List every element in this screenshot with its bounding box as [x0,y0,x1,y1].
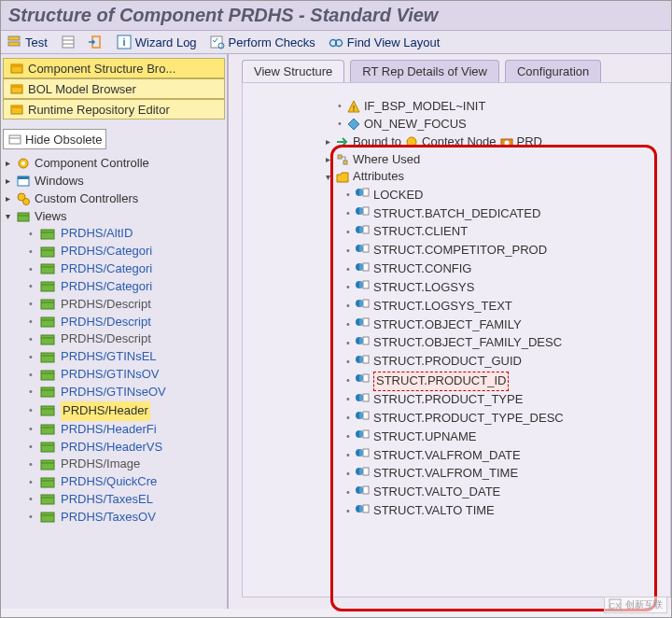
attribute-row[interactable]: •STRUCT.LOGSYS [345,278,659,297]
view-item[interactable]: •PRDHS/Categori [27,243,225,260]
tree-node-component-controller[interactable]: ▸ Component Controlle [3,155,225,173]
twisty-icon[interactable]: ▸ [3,175,12,189]
attribute-row[interactable]: •STRUCT.VALTO TIME [345,502,659,521]
attribute-row[interactable]: •STRUCT.PRODUCT_ID [345,372,659,391]
attribute-row[interactable]: •STRUCT.PRODUCT_GUID [345,353,659,372]
twisty-icon[interactable]: ▾ [323,171,332,185]
tab[interactable]: Configuration [505,60,601,82]
svg-rect-50 [41,425,54,434]
browser-button[interactable]: Component Structure Bro... [3,58,225,78]
view-link[interactable]: PRDHS/Categori [61,260,152,278]
gear-icon [16,156,31,171]
tree-row-focus[interactable]: • ON_NEW_FOCUS [336,116,659,133]
view-link[interactable]: PRDHS/Descript [61,330,151,348]
view-item[interactable]: •PRDHS/HeaderVS [27,439,225,456]
view-item[interactable]: •PRDHS/TaxesOV [27,509,225,527]
attribute-label: LOCKED [373,187,423,204]
test-button[interactable]: Test [7,35,48,49]
attribute-row[interactable]: •STRUCT.PRODUCT_TYPE_DESC [345,409,659,428]
toolbar-exit-icon[interactable] [89,35,104,49]
tree-row-attributes[interactable]: ▾ Attributes [323,168,659,186]
view-item[interactable]: •PRDHS/QuickCre [27,473,225,491]
bullet-icon: • [345,355,351,370]
view-item[interactable]: •PRDHS/GTINseOV [27,384,225,401]
tab[interactable]: View Structure [242,60,344,82]
view-link[interactable]: PRDHS/HeaderFi [61,421,157,439]
bullet-icon: • [27,385,35,400]
view-item[interactable]: •PRDHS/Descript [27,314,225,331]
view-link[interactable]: PRDHS/TaxesEL [61,491,153,509]
title-bar: Structure of Component PRDHS - Standard … [1,1,671,31]
attribute-label: STRUCT.BATCH_DEDICATED [373,205,540,223]
view-link[interactable]: PRDHS/TaxesOV [61,509,156,527]
attribute-row[interactable]: •STRUCT.BATCH_DEDICATED [345,204,659,223]
tree-node-custom-controllers[interactable]: ▸ Custom Controllers [3,190,225,208]
attribute-row[interactable]: •STRUCT.VALTO_DATE [345,484,659,502]
view-item[interactable]: •PRDHS/Categori [27,278,225,296]
svg-rect-101 [363,468,369,475]
hide-obsolete-button[interactable]: Hide Obsolete [3,129,106,149]
attribute-row[interactable]: •STRUCT.VALFROM_TIME [345,465,659,484]
view-link[interactable]: PRDHS/GTINsEL [61,348,157,366]
view-link[interactable]: PRDHS/Descript [61,314,151,331]
attribute-label: STRUCT.CLIENT [373,223,468,241]
tree-row-where-used[interactable]: ▸ Where Used [323,151,659,169]
attribute-row[interactable]: •STRUCT.CLIENT [345,223,659,242]
twisty-icon[interactable]: ▸ [323,135,332,149]
view-item[interactable]: •PRDHS/GTINsEL [27,348,225,366]
attribute-row[interactable]: •STRUCT.VALFROM_DATE [345,446,659,465]
attribute-label: STRUCT.PRODUCT_TYPE_DESC [373,410,564,428]
page-title: Structure of Component PRDHS - Standard … [8,5,438,25]
attribute-icon [355,372,370,390]
view-link[interactable]: PRDHS/HeaderVS [61,439,162,456]
view-item[interactable]: •PRDHS/TaxesEL [27,491,225,509]
svg-rect-40 [41,335,54,344]
attribute-row[interactable]: •STRUCT.CONFIG [345,260,659,279]
tree-node-views[interactable]: ▾ Views [3,208,225,226]
view-structure-tree: • ! IF_BSP_MODEL~INIT • ON_NEW_FOCUS ▸ B… [336,98,659,520]
find-view-layout-button[interactable]: Find View Layout [329,35,441,49]
perform-checks-button[interactable]: Perform Checks [210,35,315,49]
attribute-row[interactable]: •STRUCT.LOGSYS_TEXT [345,297,659,316]
view-link[interactable]: PRDHS/Header [61,401,150,421]
tree-node-windows[interactable]: ▸ Windows [3,173,225,190]
attribute-row[interactable]: •STRUCT.COMPETITOR_PROD [345,242,659,260]
bullet-icon: • [345,504,351,519]
view-link[interactable]: PRDHS/QuickCre [61,473,157,491]
bullet-icon: • [345,411,351,426]
view-item[interactable]: •PRDHS/Header [27,401,225,421]
wizard-log-button[interactable]: i Wizard Log [117,35,197,49]
attribute-row[interactable]: •STRUCT.UPNAME [345,428,659,446]
view-item[interactable]: •PRDHS/Descript [27,296,225,314]
browser-button[interactable]: BOL Model Browser [3,78,225,99]
view-link[interactable]: PRDHS/Descript [61,296,151,314]
svg-rect-46 [41,387,54,397]
svg-rect-28 [41,230,54,239]
attribute-row[interactable]: •LOCKED [345,186,659,204]
view-link[interactable]: PRDHS/GTINseOV [61,384,166,401]
browser-button[interactable]: Runtime Repository Editor [3,99,225,119]
tree-row-bound-to[interactable]: ▸ Bound to Context Node PRD [323,133,659,151]
view-link[interactable]: PRDHS/Image [61,456,140,473]
view-item[interactable]: •PRDHS/Descript [27,330,225,348]
svg-rect-13 [11,64,22,67]
twisty-icon[interactable]: ▾ [3,210,12,224]
view-link[interactable]: PRDHS/Categori [61,278,152,296]
attribute-row[interactable]: •STRUCT.OBJECT_FAMILY_DESC [345,334,659,353]
view-link[interactable]: PRDHS/AltID [61,225,133,243]
tab[interactable]: RT Rep Details of View [350,60,499,82]
twisty-icon[interactable]: ▸ [3,157,12,171]
view-item[interactable]: •PRDHS/AltID [27,225,225,243]
attribute-row[interactable]: •STRUCT.PRODUCT_TYPE [345,391,659,410]
attribute-row[interactable]: •STRUCT.OBJECT_FAMILY [345,316,659,334]
twisty-icon[interactable]: ▸ [323,153,332,167]
view-item[interactable]: •PRDHS/HeaderFi [27,421,225,439]
twisty-icon[interactable]: ▸ [3,192,12,206]
view-item[interactable]: •PRDHS/Image [27,456,225,473]
tree-row-init[interactable]: • ! IF_BSP_MODEL~INIT [336,98,659,116]
view-link[interactable]: PRDHS/Categori [61,243,152,260]
toolbar-table-icon[interactable] [61,35,76,49]
view-link[interactable]: PRDHS/GTINsOV [61,366,159,384]
view-item[interactable]: •PRDHS/GTINsOV [27,366,225,384]
view-item[interactable]: •PRDHS/Categori [27,260,225,278]
